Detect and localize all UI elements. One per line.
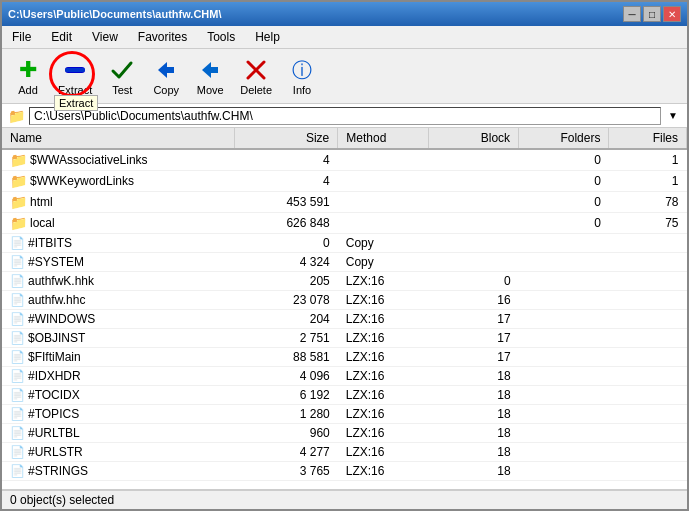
cell-folders xyxy=(519,291,609,310)
test-label: Test xyxy=(112,84,132,96)
cell-name: 📄authfw.hhc xyxy=(2,291,234,310)
table-row[interactable]: 📄#SYSTEM 4 324 Copy xyxy=(2,253,687,272)
table-row[interactable]: 📁$WWKeywordLinks 4 0 1 xyxy=(2,171,687,192)
col-header-files[interactable]: Files xyxy=(609,128,687,149)
cell-folders xyxy=(519,405,609,424)
cell-files xyxy=(609,253,687,272)
col-header-method[interactable]: Method xyxy=(338,128,428,149)
title-bar-buttons: ─ □ ✕ xyxy=(623,6,681,22)
cell-files: 75 xyxy=(609,213,687,234)
cell-folders xyxy=(519,329,609,348)
cell-files xyxy=(609,386,687,405)
cell-block: 18 xyxy=(428,424,518,443)
table-row[interactable]: 📄authfw.hhc 23 078 LZX:16 16 xyxy=(2,291,687,310)
menu-file[interactable]: File xyxy=(6,28,37,46)
file-icon: 📄 xyxy=(10,274,25,288)
cell-size: 626 848 xyxy=(234,213,337,234)
table-row[interactable]: 📄#IDXHDR 4 096 LZX:16 18 xyxy=(2,367,687,386)
col-header-folders[interactable]: Folders xyxy=(519,128,609,149)
col-header-block[interactable]: Block xyxy=(428,128,518,149)
info-button[interactable]: ⓘ Info xyxy=(282,53,322,99)
file-icon: 📄 xyxy=(10,426,25,440)
table-header-row: Name Size Method Block Folders Files xyxy=(2,128,687,149)
col-header-name[interactable]: Name xyxy=(2,128,234,149)
table-row[interactable]: 📁html 453 591 0 78 xyxy=(2,192,687,213)
cell-files xyxy=(609,405,687,424)
cell-block: 17 xyxy=(428,329,518,348)
cell-block: 18 xyxy=(428,405,518,424)
status-bar: 0 object(s) selected xyxy=(2,490,687,509)
table-row[interactable]: 📄#TOCIDX 6 192 LZX:16 18 xyxy=(2,386,687,405)
menu-help[interactable]: Help xyxy=(249,28,286,46)
cell-block: 18 xyxy=(428,386,518,405)
cell-name: 📄#URLSTR xyxy=(2,443,234,462)
table-row[interactable]: 📄authfwK.hhk 205 LZX:16 0 xyxy=(2,272,687,291)
cell-method xyxy=(338,213,428,234)
table-row[interactable]: 📄#WINDOWS 204 LZX:16 17 xyxy=(2,310,687,329)
minimize-button[interactable]: ─ xyxy=(623,6,641,22)
menu-bar: File Edit View Favorites Tools Help xyxy=(2,26,687,49)
cell-method: LZX:16 xyxy=(338,424,428,443)
cell-name: 📄#ITBITS xyxy=(2,234,234,253)
col-header-size[interactable]: Size xyxy=(234,128,337,149)
table-row[interactable]: 📄$FIftiMain 88 581 LZX:16 17 xyxy=(2,348,687,367)
cell-block: 0 xyxy=(428,272,518,291)
cell-folders xyxy=(519,386,609,405)
cell-size: 0 xyxy=(234,234,337,253)
copy-button[interactable]: Copy xyxy=(146,53,186,99)
cell-folders xyxy=(519,310,609,329)
folder-icon: 📁 xyxy=(10,173,27,189)
toolbar: ✚ Add Extract Test xyxy=(2,49,687,104)
close-button[interactable]: ✕ xyxy=(663,6,681,22)
table-row[interactable]: 📁local 626 848 0 75 xyxy=(2,213,687,234)
cell-folders xyxy=(519,348,609,367)
cell-folders xyxy=(519,272,609,291)
table-row[interactable]: 📄#ITBITS 0 Copy xyxy=(2,234,687,253)
cell-folders xyxy=(519,234,609,253)
delete-button[interactable]: Delete xyxy=(234,53,278,99)
cell-name: 📄authfwK.hhk xyxy=(2,272,234,291)
test-icon xyxy=(108,56,136,84)
add-button[interactable]: ✚ Add xyxy=(8,53,48,99)
cell-block: 18 xyxy=(428,367,518,386)
cell-size: 4 324 xyxy=(234,253,337,272)
menu-favorites[interactable]: Favorites xyxy=(132,28,193,46)
cell-folders xyxy=(519,443,609,462)
cell-size: 204 xyxy=(234,310,337,329)
table-row[interactable]: 📁$WWAssociativeLinks 4 0 1 xyxy=(2,149,687,171)
status-text: 0 object(s) selected xyxy=(10,493,114,507)
cell-name: 📄#SYSTEM xyxy=(2,253,234,272)
move-button[interactable]: Move xyxy=(190,53,230,99)
cell-folders: 0 xyxy=(519,149,609,171)
menu-tools[interactable]: Tools xyxy=(201,28,241,46)
file-icon: 📄 xyxy=(10,255,25,269)
cell-name: 📄#STRINGS xyxy=(2,462,234,481)
cell-folders: 0 xyxy=(519,171,609,192)
table-row[interactable]: 📄#TOPICS 1 280 LZX:16 18 xyxy=(2,405,687,424)
extract-button[interactable]: Extract xyxy=(52,53,98,99)
test-button[interactable]: Test xyxy=(102,53,142,99)
file-table: Name Size Method Block Folders Files 📁$W… xyxy=(2,128,687,481)
cell-files xyxy=(609,234,687,253)
folder-icon: 📁 xyxy=(10,215,27,231)
maximize-button[interactable]: □ xyxy=(643,6,661,22)
menu-view[interactable]: View xyxy=(86,28,124,46)
address-dropdown-icon[interactable]: ▼ xyxy=(665,110,681,121)
cell-method: LZX:16 xyxy=(338,310,428,329)
cell-block: 17 xyxy=(428,310,518,329)
copy-label: Copy xyxy=(153,84,179,96)
cell-method: Copy xyxy=(338,234,428,253)
table-row[interactable]: 📄#URLSTR 4 277 LZX:16 18 xyxy=(2,443,687,462)
table-row[interactable]: 📄$OBJINST 2 751 LZX:16 17 xyxy=(2,329,687,348)
cell-size: 2 751 xyxy=(234,329,337,348)
svg-rect-1 xyxy=(65,68,85,72)
table-row[interactable]: 📄#STRINGS 3 765 LZX:16 18 xyxy=(2,462,687,481)
folder-icon: 📁 xyxy=(10,194,27,210)
table-row[interactable]: 📄#URLTBL 960 LZX:16 18 xyxy=(2,424,687,443)
menu-edit[interactable]: Edit xyxy=(45,28,78,46)
address-input[interactable] xyxy=(29,107,661,125)
cell-size: 1 280 xyxy=(234,405,337,424)
file-icon: 📄 xyxy=(10,407,25,421)
cell-block xyxy=(428,253,518,272)
cell-name: 📄$OBJINST xyxy=(2,329,234,348)
